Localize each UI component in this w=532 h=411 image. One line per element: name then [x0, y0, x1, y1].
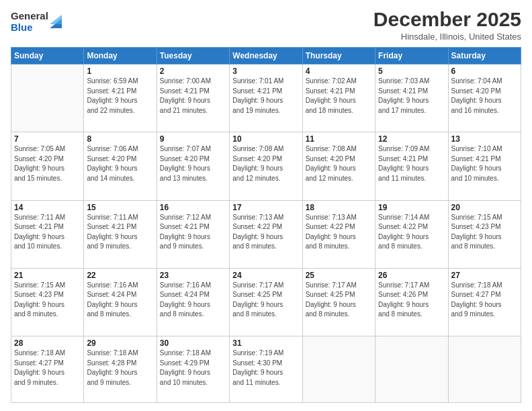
calendar: SundayMondayTuesdayWednesdayThursdayFrid…	[11, 47, 521, 403]
day-info: Sunrise: 7:13 AMSunset: 4:22 PMDaylight:…	[306, 213, 372, 252]
week-row-4: 21Sunrise: 7:15 AMSunset: 4:23 PMDayligh…	[11, 268, 521, 336]
calendar-cell: 22Sunrise: 7:16 AMSunset: 4:24 PMDayligh…	[84, 268, 157, 336]
day-header-friday: Friday	[375, 48, 448, 64]
day-header-sunday: Sunday	[11, 48, 84, 64]
calendar-cell: 29Sunrise: 7:18 AMSunset: 4:28 PMDayligh…	[84, 336, 157, 403]
day-number: 25	[306, 271, 372, 280]
day-number: 29	[87, 338, 153, 348]
day-info: Sunrise: 7:08 AMSunset: 4:20 PMDaylight:…	[306, 144, 372, 183]
day-number: 26	[378, 271, 445, 280]
calendar-cell: 25Sunrise: 7:17 AMSunset: 4:25 PMDayligh…	[302, 268, 375, 336]
calendar-cell: 19Sunrise: 7:14 AMSunset: 4:22 PMDayligh…	[375, 200, 448, 268]
day-info: Sunrise: 7:17 AMSunset: 4:25 PMDaylight:…	[232, 281, 299, 320]
day-info: Sunrise: 7:17 AMSunset: 4:25 PMDaylight:…	[306, 281, 372, 320]
day-info: Sunrise: 7:19 AMSunset: 4:30 PMDaylight:…	[232, 349, 299, 387]
day-info: Sunrise: 7:16 AMSunset: 4:24 PMDaylight:…	[160, 281, 226, 320]
calendar-cell	[302, 336, 375, 403]
day-number: 22	[87, 271, 153, 280]
calendar-cell: 28Sunrise: 7:18 AMSunset: 4:27 PMDayligh…	[11, 336, 84, 403]
day-info: Sunrise: 7:00 AMSunset: 4:21 PMDaylight:…	[160, 77, 226, 116]
header: General Blue December 2025 Hinsdale, Ill…	[11, 8, 521, 42]
day-info: Sunrise: 7:18 AMSunset: 4:29 PMDaylight:…	[160, 349, 226, 387]
week-row-1: 1Sunrise: 6:59 AMSunset: 4:21 PMDaylight…	[11, 64, 521, 132]
day-info: Sunrise: 7:17 AMSunset: 4:26 PMDaylight:…	[378, 281, 445, 320]
calendar-cell: 6Sunrise: 7:04 AMSunset: 4:20 PMDaylight…	[448, 64, 521, 132]
day-info: Sunrise: 7:13 AMSunset: 4:22 PMDaylight:…	[232, 213, 299, 252]
logo-text: General Blue	[11, 11, 48, 33]
subtitle: Hinsdale, Illinois, United States	[373, 32, 521, 42]
day-number: 28	[14, 338, 81, 348]
calendar-cell: 2Sunrise: 7:00 AMSunset: 4:21 PMDaylight…	[157, 64, 229, 132]
calendar-cell: 10Sunrise: 7:08 AMSunset: 4:20 PMDayligh…	[230, 132, 302, 200]
day-number: 8	[87, 134, 153, 144]
day-number: 3	[232, 66, 299, 76]
calendar-cell: 11Sunrise: 7:08 AMSunset: 4:20 PMDayligh…	[302, 132, 375, 200]
week-row-2: 7Sunrise: 7:05 AMSunset: 4:20 PMDaylight…	[11, 132, 521, 200]
day-number: 27	[451, 271, 518, 280]
calendar-cell: 30Sunrise: 7:18 AMSunset: 4:29 PMDayligh…	[157, 336, 229, 403]
day-number: 24	[232, 271, 299, 280]
day-info: Sunrise: 7:16 AMSunset: 4:24 PMDaylight:…	[87, 281, 153, 320]
day-number: 9	[160, 134, 226, 144]
day-number: 17	[232, 203, 299, 212]
day-header-saturday: Saturday	[448, 48, 521, 64]
day-info: Sunrise: 7:14 AMSunset: 4:22 PMDaylight:…	[378, 213, 445, 252]
day-info: Sunrise: 7:12 AMSunset: 4:21 PMDaylight:…	[160, 213, 226, 252]
title-block: December 2025 Hinsdale, Illinois, United…	[373, 8, 521, 42]
day-header-wednesday: Wednesday	[230, 48, 302, 64]
calendar-cell: 15Sunrise: 7:11 AMSunset: 4:21 PMDayligh…	[84, 200, 157, 268]
calendar-cell	[11, 64, 84, 132]
calendar-cell: 24Sunrise: 7:17 AMSunset: 4:25 PMDayligh…	[230, 268, 302, 336]
calendar-body: 1Sunrise: 6:59 AMSunset: 4:21 PMDaylight…	[11, 64, 521, 403]
calendar-cell: 18Sunrise: 7:13 AMSunset: 4:22 PMDayligh…	[302, 200, 375, 268]
day-info: Sunrise: 6:59 AMSunset: 4:21 PMDaylight:…	[87, 77, 153, 116]
day-number: 4	[306, 66, 372, 76]
calendar-cell: 20Sunrise: 7:15 AMSunset: 4:23 PMDayligh…	[448, 200, 521, 268]
page: General Blue December 2025 Hinsdale, Ill…	[0, 0, 532, 411]
day-number: 20	[451, 203, 518, 212]
calendar-cell: 26Sunrise: 7:17 AMSunset: 4:26 PMDayligh…	[375, 268, 448, 336]
day-info: Sunrise: 7:05 AMSunset: 4:20 PMDaylight:…	[14, 144, 81, 183]
main-title: December 2025	[373, 8, 521, 30]
calendar-cell: 4Sunrise: 7:02 AMSunset: 4:21 PMDaylight…	[302, 64, 375, 132]
day-info: Sunrise: 7:10 AMSunset: 4:21 PMDaylight:…	[451, 144, 518, 183]
day-number: 16	[160, 203, 226, 212]
calendar-cell: 7Sunrise: 7:05 AMSunset: 4:20 PMDaylight…	[11, 132, 84, 200]
calendar-cell: 16Sunrise: 7:12 AMSunset: 4:21 PMDayligh…	[157, 200, 229, 268]
day-info: Sunrise: 7:07 AMSunset: 4:20 PMDaylight:…	[160, 144, 226, 183]
day-number: 7	[14, 134, 81, 144]
day-header-tuesday: Tuesday	[157, 48, 229, 64]
calendar-cell: 31Sunrise: 7:19 AMSunset: 4:30 PMDayligh…	[230, 336, 302, 403]
day-info: Sunrise: 7:02 AMSunset: 4:21 PMDaylight:…	[306, 77, 372, 116]
day-info: Sunrise: 7:09 AMSunset: 4:21 PMDaylight:…	[378, 144, 445, 183]
day-number: 5	[378, 66, 445, 76]
calendar-cell: 12Sunrise: 7:09 AMSunset: 4:21 PMDayligh…	[375, 132, 448, 200]
calendar-cell: 17Sunrise: 7:13 AMSunset: 4:22 PMDayligh…	[230, 200, 302, 268]
day-info: Sunrise: 7:03 AMSunset: 4:21 PMDaylight:…	[378, 77, 445, 116]
day-info: Sunrise: 7:06 AMSunset: 4:20 PMDaylight:…	[87, 144, 153, 183]
day-info: Sunrise: 7:15 AMSunset: 4:23 PMDaylight:…	[14, 281, 81, 320]
day-info: Sunrise: 7:08 AMSunset: 4:20 PMDaylight:…	[232, 144, 299, 183]
day-number: 23	[160, 271, 226, 280]
calendar-cell	[375, 336, 448, 403]
day-info: Sunrise: 7:18 AMSunset: 4:28 PMDaylight:…	[87, 349, 153, 387]
calendar-cell: 23Sunrise: 7:16 AMSunset: 4:24 PMDayligh…	[157, 268, 229, 336]
day-number: 6	[451, 66, 518, 76]
day-info: Sunrise: 7:11 AMSunset: 4:21 PMDaylight:…	[87, 213, 153, 252]
logo-icon	[50, 13, 62, 28]
day-number: 19	[378, 203, 445, 212]
day-number: 12	[378, 134, 445, 144]
calendar-cell: 3Sunrise: 7:01 AMSunset: 4:21 PMDaylight…	[230, 64, 302, 132]
logo: General Blue	[11, 11, 62, 33]
week-row-5: 28Sunrise: 7:18 AMSunset: 4:27 PMDayligh…	[11, 336, 521, 403]
day-info: Sunrise: 7:18 AMSunset: 4:27 PMDaylight:…	[451, 281, 518, 320]
day-header-thursday: Thursday	[302, 48, 375, 64]
calendar-cell	[448, 336, 521, 403]
calendar-cell: 9Sunrise: 7:07 AMSunset: 4:20 PMDaylight…	[157, 132, 229, 200]
day-number: 13	[451, 134, 518, 144]
day-number: 11	[306, 134, 372, 144]
calendar-cell: 13Sunrise: 7:10 AMSunset: 4:21 PMDayligh…	[448, 132, 521, 200]
day-number: 1	[87, 66, 153, 76]
day-info: Sunrise: 7:18 AMSunset: 4:27 PMDaylight:…	[14, 349, 81, 387]
svg-marker-1	[50, 15, 62, 24]
